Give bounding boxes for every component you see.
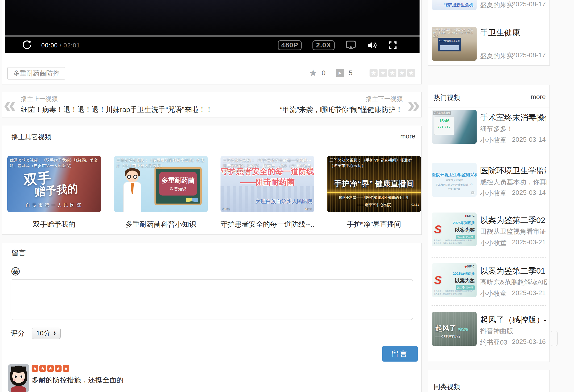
video-thumbnail[interactable]: “手卫”先锋知识小竞赛 一等奖获奖视频：《手卫健康》罗佳欣、蒋羽婷、汤小萍等（遂…: [432, 27, 477, 61]
video-subtitle: 感控人员基本功，你真的会采: [480, 178, 547, 186]
video-caption[interactable]: 多重耐药菌科普小知识: [114, 220, 208, 229]
filled-star-icon: ★: [32, 365, 38, 372]
prev-title[interactable]: 细菌！病毒！退！退！退！川妹rap手卫生洗手“咒语”来啦！！: [21, 105, 212, 115]
next-title[interactable]: “甲流”来袭，哪吒带你“闹”懂健康防护！: [280, 105, 403, 115]
video-caption[interactable]: 守护患者安全的每一道防线--…: [221, 220, 314, 229]
video-title[interactable]: 手卫生健康: [480, 27, 520, 38]
divider: [431, 156, 546, 156]
favorite-count: 0: [322, 69, 326, 77]
section-title: 播主其它视频: [12, 133, 51, 142]
hot-video-item[interactable]: S ◆SIFIC 2025系列直播 以案为鉴 第二季 第二期 主办单位：上海斯菲…: [428, 212, 550, 246]
fullscreen-icon[interactable]: [389, 41, 397, 50]
video-title[interactable]: 以案为鉴第二季01…: [480, 266, 546, 276]
thumb-hospital-text: 自贡市第一人民医院: [7, 202, 101, 208]
video-date: 2025-08-17: [512, 51, 546, 59]
comment-input[interactable]: [11, 279, 413, 320]
thumb-series-text: 2025系列直播: [453, 271, 475, 276]
thumb-episode-chip: 第二季 第一期: [456, 285, 475, 290]
other-video-item[interactable]: 三等奖获奖视频：《守护患者安全的每一道防线---阻击耐药菌》杨彦芬，段丽屏，梁婷…: [221, 156, 314, 229]
blackboard: 多重耐药菌 科普知识: [154, 167, 202, 205]
hot-video-item[interactable]: 起风了感控版 ——CRBSI零容忍 起风了（感控版）—… 抖音神曲版 约书亚03…: [428, 312, 550, 346]
video-caption[interactable]: 手护“净”界直播间: [327, 220, 421, 229]
video-thumbnail[interactable]: ——“感”退新生危机: [432, 0, 477, 10]
video-title[interactable]: 医院环境卫生学监测…: [480, 165, 546, 176]
video-author: 小小牧童: [480, 136, 507, 145]
prev-video-link[interactable]: « 播主上一视频 细菌！病毒！退！退！退！川妹rap手卫生洗手“咒语”来啦！！: [2, 94, 216, 115]
thumb-art-text: ——阻击耐药菌: [221, 177, 314, 187]
hot-video-item[interactable]: S ◆SIFIC 2025系列直播 以案为鉴 第二季 第一期 主办单位：上海斯菲…: [428, 263, 550, 297]
rating-star-icon[interactable]: ★: [389, 69, 396, 77]
other-video-item[interactable]: 优秀奖获奖视频：《双手赠予我的》张钰涵、姜文婧、曹莉等（自贡市第一人民医院） 双…: [7, 156, 101, 229]
thumb-subtitle: 2021年7月: [432, 188, 477, 191]
video-thumbnail[interactable]: 优秀奖获奖视频：《双手赠予我的》张钰涵、姜文婧、曹莉等（自贡市第一人民医院） 双…: [7, 156, 101, 212]
video-date: 2025-03-21: [512, 238, 546, 246]
divider: [431, 305, 546, 306]
more-link[interactable]: more: [400, 133, 415, 140]
rating-widget[interactable]: ★ ★ ★ ★ ★: [369, 69, 415, 77]
rating-star-icon[interactable]: ★: [379, 69, 387, 77]
hot-video-item[interactable]: 15:46 193 759 手术室终末消毒 手术室终末消毒操作… 细节多多！ 小…: [428, 110, 550, 144]
thumb-overlay-text: 优秀奖获奖视频：《双手赠予我的》张钰涵、姜文婧、曹莉等（自贡市第一人民医院）: [7, 156, 101, 170]
video-thumbnail[interactable]: 三等奖获奖视频：《手护“净”界直播间》杨雅婷（遂宁市中心医院） 手护净“界” 健…: [327, 156, 421, 212]
video-title[interactable]: 起风了（感控版）—…: [480, 314, 546, 325]
speed-button[interactable]: 2.0X: [312, 40, 335, 50]
play-count: 5: [348, 69, 352, 77]
video-thumbnail[interactable]: S ◆SIFIC 2025系列直播 以案为鉴 第二季 第一期 主办单位：上海斯菲…: [432, 263, 477, 297]
thumb-title-text: 医院环境卫生学监测采样操作: [432, 172, 477, 178]
time-duration: 02:01: [63, 42, 80, 49]
video-title[interactable]: 以案为鉴第二季02…: [480, 215, 546, 226]
video-subtitle: 细节多多！: [480, 124, 513, 133]
other-video-item[interactable]: 三等奖获奖视频：《多重耐药菌科普小知识》何志才（中山市小榄人民医院） 多重耐药菌…: [114, 156, 208, 229]
rating-star-icon[interactable]: ★: [369, 69, 378, 77]
filled-star-icon: ★: [55, 365, 62, 372]
quality-button[interactable]: 480P: [278, 40, 302, 50]
video-thumbnail[interactable]: 医院环境卫生学监测采样操作 启东市人民医院 启东市医院感染管理质量控制中心 20…: [432, 163, 477, 197]
rating-star-icon[interactable]: ★: [398, 69, 406, 77]
video-caption[interactable]: 双手赠予我的: [7, 220, 101, 229]
more-link[interactable]: more: [531, 93, 546, 101]
rating-star-icon[interactable]: ★: [407, 69, 415, 77]
video-thumbnail[interactable]: 三等奖获奖视频：《多重耐药菌科普小知识》何志才（中山市小榄人民医院） 多重耐药菌…: [114, 156, 208, 212]
section-title: 热门视频: [434, 93, 460, 102]
favorite-star-icon[interactable]: ★: [309, 68, 317, 78]
next-video-link[interactable]: 播主下一视频 “甲流”来袭，哪吒带你“闹”懂健康防护！ »: [277, 94, 421, 115]
video-tag[interactable]: 多重耐药菌防控: [7, 67, 65, 80]
thumb-overlay-text: 一等奖获奖视频：《手卫健康》罗佳欣、蒋羽婷、汤小萍等（遂宁市中心医院）: [432, 27, 477, 39]
thumb-org-text: 承办单位：复旦大学附属中山医院: [434, 293, 473, 295]
score-label: 评分: [11, 329, 25, 338]
divider: [431, 21, 546, 21]
video-title[interactable]: 手术室终末消毒操作…: [480, 112, 546, 123]
commenter-avatar: [8, 364, 29, 392]
prev-chevron-icon: «: [2, 94, 18, 115]
other-video-item[interactable]: 三等奖获奖视频：《手护“净”界直播间》杨雅婷（遂宁市中心医院） 手护净“界” 健…: [327, 156, 421, 229]
time-display: 00:00/02:01: [41, 42, 80, 49]
seek-bar[interactable]: [5, 35, 420, 37]
video-subtitle: 高晓东&范鹏超解读AI应用: [480, 278, 547, 287]
scrollbar-thumb[interactable]: [551, 331, 557, 346]
video-date: 2025-03-14: [512, 189, 546, 196]
prev-label: 播主上一视频: [21, 95, 212, 103]
divider: [2, 261, 421, 261]
video-thumbnail[interactable]: 起风了感控版 ——CRBSI零容忍: [432, 312, 477, 346]
score-select[interactable]: 10分 ▲▼: [32, 328, 61, 339]
thumb-overlay-text: 手术室终末消毒: [433, 111, 451, 115]
emoji-picker-icon[interactable]: 😀: [11, 267, 20, 276]
submit-comment-button[interactable]: 留言: [382, 346, 418, 362]
tag-row: 多重耐药菌防控 ★ 0 ▶ 5 ★ ★ ★ ★ ★: [2, 67, 421, 81]
volume-icon[interactable]: [367, 41, 378, 50]
video-screen[interactable]: 00:00/02:01 480P 2.0X: [5, 0, 420, 53]
thumb-clock-text: 15:46: [434, 119, 454, 123]
comment-rating: ★ ★ ★ ★ ★: [32, 365, 69, 372]
thumb-hospital-text: 大理白族自治州人民医院: [255, 198, 312, 205]
time-separator: /: [60, 42, 62, 49]
video-thumbnail[interactable]: 15:46 193 759 手术室终末消毒: [432, 110, 477, 144]
thumb-brand-text: SIFIC: [467, 265, 475, 268]
thumb-series-text: 2025系列直播: [453, 221, 475, 225]
replay-icon[interactable]: [21, 40, 32, 51]
play-icon: ▶: [471, 191, 475, 195]
thumb-hospital-text: ——遂宁市中心医院: [327, 203, 421, 207]
airplay-icon[interactable]: [346, 40, 356, 50]
video-thumbnail[interactable]: 三等奖获奖视频：《守护患者安全的每一道防线---阻击耐药菌》杨彦芬，段丽屏，梁婷…: [221, 156, 314, 212]
video-thumbnail[interactable]: S ◆SIFIC 2025系列直播 以案为鉴 第二季 第二期 主办单位：上海斯菲…: [432, 212, 477, 246]
hot-video-item[interactable]: 医院环境卫生学监测采样操作 启东市人民医院 启东市医院感染管理质量控制中心 20…: [428, 163, 550, 197]
